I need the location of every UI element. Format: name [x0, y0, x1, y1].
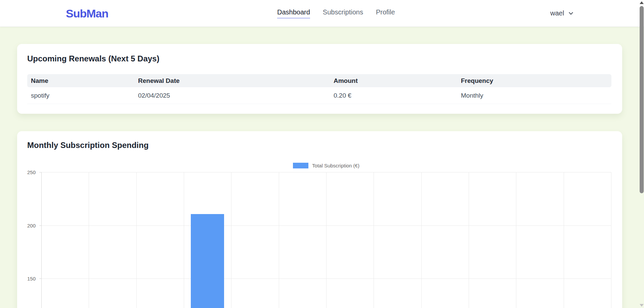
nav-item-profile[interactable]: Profile [376, 8, 395, 18]
table-row: spotify 02/04/2025 0.20 € Monthly [27, 87, 611, 104]
cell-frequency: Monthly [457, 87, 611, 104]
legend-swatch[interactable] [293, 163, 308, 168]
user-name: wael [550, 9, 564, 17]
spending-card-title: Monthly Subscription Spending [27, 141, 148, 150]
v-gridline [279, 172, 279, 308]
renewals-table: Name Renewal Date Amount Frequency spoti… [27, 74, 611, 104]
main-nav: Dashboard Subscriptions Profile [277, 0, 395, 27]
monthly-spending-card: Monthly Subscription Spending Total Subs… [17, 131, 622, 308]
table-header-row: Name Renewal Date Amount Frequency [27, 74, 611, 87]
cell-renewal-date: 02/04/2025 [134, 87, 330, 104]
vertical-scrollbar[interactable] [639, 0, 644, 308]
v-gridline [611, 172, 611, 308]
y-axis-label: 150 [20, 276, 36, 281]
bar-total-subscription [191, 214, 224, 308]
cell-amount: 0.20 € [330, 87, 457, 104]
v-gridline [136, 172, 137, 308]
nav-item-dashboard[interactable]: Dashboard [277, 8, 310, 18]
v-gridline [326, 172, 327, 308]
v-gridline [564, 172, 564, 308]
y-axis-line [41, 172, 42, 308]
column-header-frequency: Frequency [457, 74, 611, 87]
chart-plot: 250200150 [41, 172, 611, 308]
renewals-card-title: Upcoming Renewals (Next 5 Days) [27, 54, 159, 63]
v-gridline [469, 172, 469, 308]
column-header-name: Name [27, 74, 134, 87]
app-logo[interactable]: SubMan [66, 7, 108, 20]
y-axis-label: 200 [20, 222, 36, 228]
nav-item-subscriptions[interactable]: Subscriptions [323, 8, 363, 18]
chart-legend: Total Subscription (€) [41, 163, 611, 168]
v-gridline [231, 172, 231, 308]
scrollbar-thumb[interactable] [640, 6, 644, 193]
scroll-up-arrow-icon[interactable] [640, 1, 644, 4]
chevron-down-icon [569, 10, 573, 15]
column-header-amount: Amount [330, 74, 457, 87]
scroll-down-arrow-icon[interactable] [640, 304, 644, 307]
v-gridline [421, 172, 422, 308]
v-gridline [184, 172, 184, 308]
column-header-renewal-date: Renewal Date [134, 74, 330, 87]
y-axis-label: 250 [20, 169, 36, 175]
v-gridline [516, 172, 516, 308]
legend-label[interactable]: Total Subscription (€) [312, 163, 359, 168]
cell-name: spotify [27, 87, 134, 104]
v-gridline [374, 172, 374, 308]
v-gridline [89, 172, 89, 308]
user-menu-dropdown[interactable]: wael [550, 0, 572, 27]
upcoming-renewals-card: Upcoming Renewals (Next 5 Days) Name Ren… [17, 44, 622, 114]
navbar: SubMan Dashboard Subscriptions Profile w… [0, 0, 644, 27]
